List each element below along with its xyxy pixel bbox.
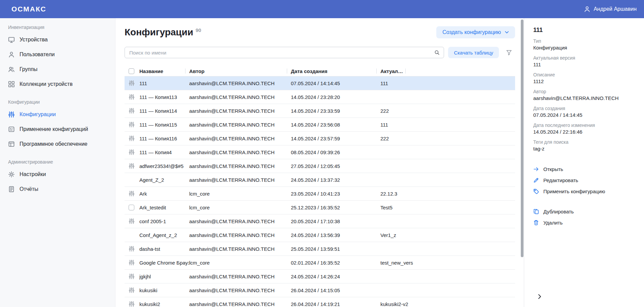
config-created-date: 14.05.2024 / 23:56:08 bbox=[291, 122, 380, 128]
main-content: Конфигурации90 Создать конфигурацию Скач… bbox=[115, 18, 524, 307]
open-action[interactable]: Открыть bbox=[533, 164, 637, 175]
config-created-date: 14.05.2024 / 23:33:59 bbox=[291, 108, 380, 114]
sidebar-item-label: Группы bbox=[20, 66, 37, 72]
sidebar-item-users[interactable]: Пользователи bbox=[0, 47, 115, 62]
config-name: 111 — Копия113 bbox=[139, 94, 189, 100]
field-value-description: 1112 bbox=[533, 78, 637, 84]
config-author: aarshavin@LCM.TERRA.INNO.TECH bbox=[189, 177, 291, 183]
collapse-panel-button[interactable] bbox=[537, 294, 542, 300]
table-row[interactable]: kukusiki2aarshavin@LCM.TERRA.INNO.TECH26… bbox=[125, 297, 515, 307]
user-menu[interactable]: Андрей Аршавин bbox=[584, 6, 637, 12]
sidebar-item-devices[interactable]: Устройства bbox=[0, 32, 115, 47]
field-label-actual-version: Актуальная версия bbox=[533, 55, 637, 61]
sidebar-item-label: Пользователи bbox=[20, 52, 55, 58]
delete-action[interactable]: Удалить bbox=[533, 217, 637, 228]
column-header-name: Название bbox=[139, 68, 189, 74]
sidebar-item-device-collections[interactable]: Коллекции устройств bbox=[0, 77, 115, 92]
download-table-label: Скачать таблицу bbox=[454, 50, 493, 56]
table-row[interactable]: 111aarshavin@LCM.TERRA.INNO.TECH07.05.20… bbox=[125, 76, 515, 90]
configurations-table: Название Автор Дата создания Актуальная … bbox=[125, 66, 515, 307]
config-sliders-icon bbox=[129, 94, 135, 100]
sidebar-item-groups[interactable]: Группы bbox=[0, 62, 115, 77]
sidebar-item-software[interactable]: Программное обеспечение bbox=[0, 137, 115, 151]
config-name: Ark_testedit bbox=[139, 205, 189, 210]
apply-configuration-action[interactable]: Применить конфигурацию bbox=[533, 186, 637, 197]
config-name: Conf_Agent_z_2 bbox=[139, 232, 189, 238]
funnel-icon bbox=[506, 49, 512, 56]
gear-icon bbox=[8, 171, 15, 178]
row-checkbox[interactable] bbox=[129, 205, 134, 210]
table-row[interactable]: Ark_testeditlcm_core25.12.2023 / 16:35:5… bbox=[125, 201, 515, 214]
table-row[interactable]: 111 — Копия4aarshavin@LCM.TERRA.INNO.TEC… bbox=[125, 145, 515, 159]
sidebar-section-inventory: Инвентаризация bbox=[0, 22, 115, 32]
sidebar-item-settings[interactable]: Настройки bbox=[0, 167, 115, 182]
config-created-date: 24.05.2024 / 13:56:39 bbox=[291, 232, 380, 238]
table-row[interactable]: Arklcm_core23.05.2024 / 10:41:2322.12.3 bbox=[125, 187, 515, 201]
page-title: Конфигурации bbox=[125, 27, 193, 37]
config-author: aarshavin@LCM.TERRA.INNO.TECH bbox=[189, 136, 291, 141]
config-sliders-icon bbox=[129, 122, 135, 128]
sidebar-item-apply-configurations[interactable]: Применение конфигураций bbox=[0, 122, 115, 137]
config-name: dasha-tst bbox=[139, 246, 189, 252]
config-name: 111 bbox=[139, 80, 189, 86]
select-all-checkbox[interactable] bbox=[129, 68, 134, 74]
config-name: Agent_Z_2 bbox=[139, 177, 189, 183]
config-sliders-icon bbox=[129, 191, 135, 197]
sidebar-item-reports[interactable]: Отчёты bbox=[0, 182, 115, 197]
config-sliders-icon bbox=[129, 260, 135, 266]
table-row[interactable]: kukusikiaarshavin@LCM.TERRA.INNO.TECH26.… bbox=[125, 283, 515, 297]
config-author: aarshavin@LCM.TERRA.INNO.TECH bbox=[189, 246, 291, 252]
field-label-type: Тип bbox=[533, 38, 637, 44]
sidebar-section-administration: Администрирование bbox=[0, 157, 115, 167]
details-panel: 111 Тип Конфигурация Актуальная версия 1… bbox=[524, 18, 644, 307]
report-icon bbox=[8, 186, 15, 193]
page-title-block: Конфигурации90 bbox=[125, 26, 201, 38]
config-name: jgkjhl bbox=[139, 274, 189, 279]
table-row[interactable]: Google Chrome Браузерlcm_core02.01.2024 … bbox=[125, 256, 515, 270]
config-name: 111 — Копия116 bbox=[139, 136, 189, 141]
people-icon bbox=[8, 66, 15, 73]
create-configuration-button[interactable]: Создать конфигурацию bbox=[436, 26, 515, 38]
table-row[interactable]: adfwer23534!@$#5aarshavin@LCM.TERRA.INNO… bbox=[125, 159, 515, 173]
config-created-date: 25.05.2024 / 13:59:51 bbox=[291, 246, 380, 252]
config-created-date: 25.12.2023 / 16:35:52 bbox=[291, 205, 380, 210]
table-row[interactable]: dasha-tstaarshavin@LCM.TERRA.INNO.TECH25… bbox=[125, 242, 515, 256]
table-row[interactable]: 111 — Копия114aarshavin@LCM.TERRA.INNO.T… bbox=[125, 104, 515, 118]
config-created-date: 08.05.2024 / 09:39:26 bbox=[291, 149, 380, 155]
edit-action[interactable]: Редактировать bbox=[533, 175, 637, 186]
column-header-author: Автор bbox=[189, 68, 291, 74]
duplicate-action[interactable]: Дублировать bbox=[533, 206, 637, 217]
filter-button[interactable] bbox=[503, 47, 515, 58]
person-icon bbox=[8, 51, 15, 58]
config-name: Ark bbox=[139, 191, 189, 197]
table-row[interactable]: 111 — Копия116aarshavin@LCM.TERRA.INNO.T… bbox=[125, 132, 515, 145]
config-author: aarshavin@LCM.TERRA.INNO.TECH bbox=[189, 108, 291, 114]
config-created-date: 26.04.2024 / 14:15:05 bbox=[291, 287, 380, 293]
table-row[interactable]: conf 2005-1aarshavin@LCM.TERRA.INNO.TECH… bbox=[125, 214, 515, 228]
config-author: aarshavin@LCM.TERRA.INNO.TECH bbox=[189, 218, 291, 224]
table-row[interactable]: Agent_Z_2aarshavin@LCM.TERRA.INNO.TECH24… bbox=[125, 173, 515, 187]
config-author: aarshavin@LCM.TERRA.INNO.TECH bbox=[189, 232, 291, 238]
sidebar-item-label: Настройки bbox=[20, 171, 46, 177]
config-author: aarshavin@LCM.TERRA.INNO.TECH bbox=[189, 274, 291, 279]
config-sliders-icon bbox=[129, 301, 135, 307]
config-author: lcm_core bbox=[189, 260, 291, 266]
config-name: 111 — Копия114 bbox=[139, 108, 189, 114]
table-row[interactable]: 111 — Копия115aarshavin@LCM.TERRA.INNO.T… bbox=[125, 118, 515, 132]
search-input[interactable] bbox=[125, 47, 444, 58]
config-version: 222 bbox=[380, 108, 409, 114]
config-sliders-icon bbox=[129, 149, 135, 155]
field-label-description: Описание bbox=[533, 72, 637, 77]
vertical-scrollbar[interactable] bbox=[521, 20, 523, 257]
table-row[interactable]: Conf_Agent_z_2aarshavin@LCM.TERRA.INNO.T… bbox=[125, 228, 515, 242]
config-created-date: 27.05.2024 / 12:05:45 bbox=[291, 163, 380, 169]
sidebar-item-configurations[interactable]: Конфигурации bbox=[0, 107, 115, 122]
download-table-button[interactable]: Скачать таблицу bbox=[448, 47, 499, 58]
pencil-icon bbox=[533, 177, 539, 183]
software-icon bbox=[8, 141, 15, 147]
sidebar-item-label: Применение конфигураций bbox=[20, 126, 88, 132]
field-label-author: Автор bbox=[533, 89, 637, 94]
table-row[interactable]: 111 — Копия113aarshavin@LCM.TERRA.INNO.T… bbox=[125, 90, 515, 104]
config-name: conf 2005-1 bbox=[139, 218, 189, 224]
table-row[interactable]: jgkjhlaarshavin@LCM.TERRA.INNO.TECH24.05… bbox=[125, 270, 515, 283]
